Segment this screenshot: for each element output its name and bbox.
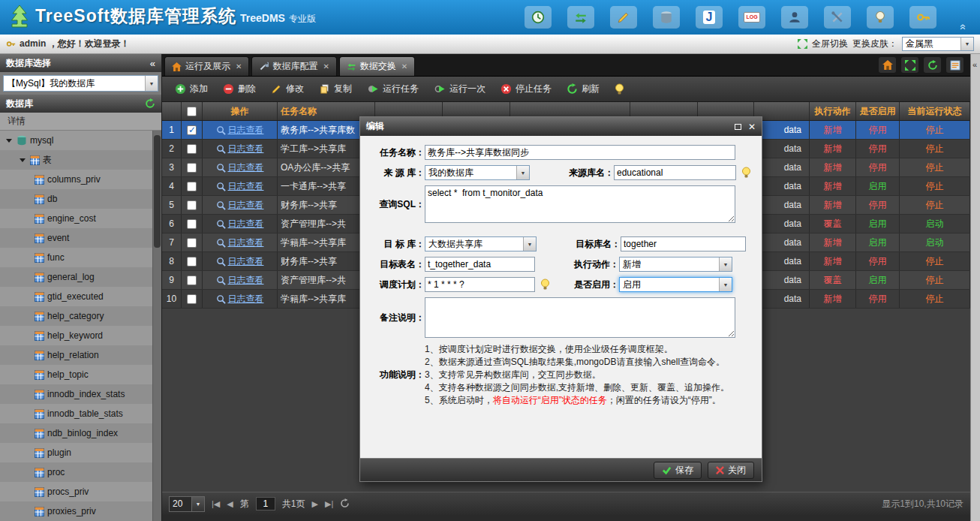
log-view-link[interactable]: 日志查看 <box>228 293 264 306</box>
log-view-link[interactable]: 日志查看 <box>228 199 264 212</box>
tree-table-item[interactable]: event <box>0 228 161 248</box>
tip-bulb-icon[interactable] <box>608 80 631 98</box>
row-checkbox[interactable] <box>187 200 197 210</box>
tab-close-icon[interactable]: ✕ <box>323 62 329 71</box>
magnifier-icon[interactable] <box>216 144 226 154</box>
east-collapse-strip[interactable]: « <box>970 54 980 521</box>
row-checkbox[interactable] <box>187 219 197 229</box>
sync-icon[interactable] <box>567 6 594 29</box>
tab-data-exchange[interactable]: 数据交换 ✕ <box>339 56 415 76</box>
list-icon[interactable] <box>946 57 963 73</box>
run-once-button[interactable]: 运行一次 <box>427 80 492 98</box>
log-view-link[interactable]: 日志查看 <box>228 180 264 193</box>
fullscreen-label[interactable]: 全屏切换 <box>812 38 848 50</box>
target-table-input[interactable] <box>425 257 535 272</box>
tree-table-item[interactable]: columns_priv <box>0 170 161 189</box>
sidebar-collapse-icon[interactable]: « <box>150 58 155 69</box>
row-checkbox[interactable] <box>187 144 197 154</box>
log-view-link[interactable]: 日志查看 <box>228 255 264 268</box>
tree-table-item[interactable]: proxies_priv <box>0 501 161 521</box>
tools-icon[interactable] <box>824 6 851 29</box>
source-db-select[interactable]: 我的数据库 ▼ <box>425 165 530 180</box>
log-icon[interactable]: LOG <box>738 6 765 29</box>
tip-bulb-icon[interactable] <box>741 167 751 179</box>
magnifier-icon[interactable] <box>216 163 226 173</box>
tree-table-item[interactable]: innodb_index_stats <box>0 384 161 404</box>
log-view-link[interactable]: 日志查看 <box>228 161 264 174</box>
sql-textarea[interactable]: select * from t_monitor_data <box>425 185 735 223</box>
prev-page-button[interactable]: ◀ <box>227 499 233 509</box>
tab-run-display[interactable]: 运行及展示 ✕ <box>164 56 249 76</box>
edit-icon[interactable] <box>610 6 637 29</box>
fullscreen-icon[interactable] <box>901 57 918 73</box>
next-page-button[interactable]: ▶ <box>311 499 317 509</box>
tree-table-item[interactable]: gtid_executed <box>0 287 161 306</box>
magnifier-icon[interactable] <box>216 257 226 267</box>
magnifier-icon[interactable] <box>216 294 226 304</box>
jdbc-icon[interactable]: J <box>696 6 723 29</box>
close-button[interactable]: 关闭 <box>708 462 754 479</box>
magnifier-icon[interactable] <box>216 182 226 191</box>
tree-table-item[interactable]: func <box>0 248 161 267</box>
row-checkbox[interactable] <box>187 163 197 173</box>
bulb-icon[interactable] <box>867 6 894 29</box>
dialog-close-icon[interactable]: ✕ <box>748 122 756 132</box>
skin-select[interactable]: 金属黑 ▼ <box>902 37 974 51</box>
row-checkbox[interactable] <box>187 238 197 248</box>
task-name-input[interactable] <box>425 145 735 160</box>
magnifier-icon[interactable] <box>216 219 226 229</box>
magnifier-icon[interactable] <box>216 125 226 135</box>
sidebar-scrollbar[interactable] <box>152 131 161 521</box>
edit-button[interactable]: 修改 <box>264 80 311 98</box>
tree-table-item[interactable]: help_topic <box>0 365 161 384</box>
tab-db-config[interactable]: 数据库配置 ✕ <box>251 56 336 76</box>
expander-icon[interactable] <box>6 139 12 143</box>
tip-bulb-icon[interactable] <box>540 279 550 291</box>
row-checkbox[interactable] <box>187 294 197 304</box>
tree-table-item[interactable]: db <box>0 189 161 209</box>
dialog-title-bar[interactable]: 编辑 ✕ <box>360 117 762 136</box>
first-page-button[interactable]: |◀ <box>212 499 220 509</box>
user-icon[interactable] <box>781 6 808 29</box>
row-checkbox[interactable] <box>187 182 197 191</box>
copy-button[interactable]: 复制 <box>312 80 359 98</box>
log-view-link[interactable]: 日志查看 <box>228 274 264 287</box>
log-view-link[interactable]: 日志查看 <box>228 124 264 137</box>
database-select[interactable]: 【MySql】我的数据库 ▼ <box>3 75 158 92</box>
expander-icon[interactable] <box>20 158 26 162</box>
log-view-link[interactable]: 日志查看 <box>228 218 264 230</box>
log-view-link[interactable]: 日志查看 <box>228 143 264 155</box>
run-task-button[interactable]: 运行任务 <box>360 80 425 98</box>
action-select[interactable]: 新增 ▼ <box>619 257 732 272</box>
tab-close-icon[interactable]: ✕ <box>236 62 242 71</box>
scrollbar-thumb[interactable] <box>154 135 161 248</box>
magnifier-icon[interactable] <box>216 200 226 210</box>
header-collapse-icon[interactable]: « <box>957 24 969 30</box>
tree-table-item[interactable]: innodb_table_stats <box>0 404 161 423</box>
source-name-input[interactable] <box>614 165 736 180</box>
refresh-tree-icon[interactable] <box>145 98 155 109</box>
tree-node-mysql[interactable]: mysql <box>0 131 161 150</box>
select-all-checkbox[interactable] <box>187 107 197 116</box>
last-page-button[interactable]: ▶| <box>325 499 333 509</box>
magnifier-icon[interactable] <box>216 276 226 285</box>
stop-task-button[interactable]: 停止任务 <box>494 80 558 98</box>
tree-table-item[interactable]: help_category <box>0 306 161 326</box>
tree-table-item[interactable]: procs_priv <box>0 482 161 501</box>
schedule-input[interactable] <box>425 277 535 292</box>
tree-node-tables[interactable]: 表 <box>0 150 161 170</box>
enabled-select[interactable]: 启用 ▼ <box>619 277 732 292</box>
refresh-icon[interactable] <box>924 57 941 73</box>
tree-table-item[interactable]: ndb_binlog_index <box>0 423 161 443</box>
tab-close-icon[interactable]: ✕ <box>401 62 407 71</box>
log-view-link[interactable]: 日志查看 <box>228 236 264 249</box>
delete-button[interactable]: 删除 <box>216 80 263 98</box>
timer-icon[interactable] <box>525 6 552 29</box>
target-name-input[interactable] <box>621 236 746 251</box>
fullscreen-icon[interactable] <box>798 39 807 49</box>
dialog-restore-icon[interactable] <box>735 124 741 130</box>
remark-textarea[interactable] <box>425 297 735 338</box>
tree-table-item[interactable]: plugin <box>0 443 161 462</box>
tree-table-item[interactable]: general_log <box>0 267 161 287</box>
key-icon[interactable] <box>909 6 936 29</box>
